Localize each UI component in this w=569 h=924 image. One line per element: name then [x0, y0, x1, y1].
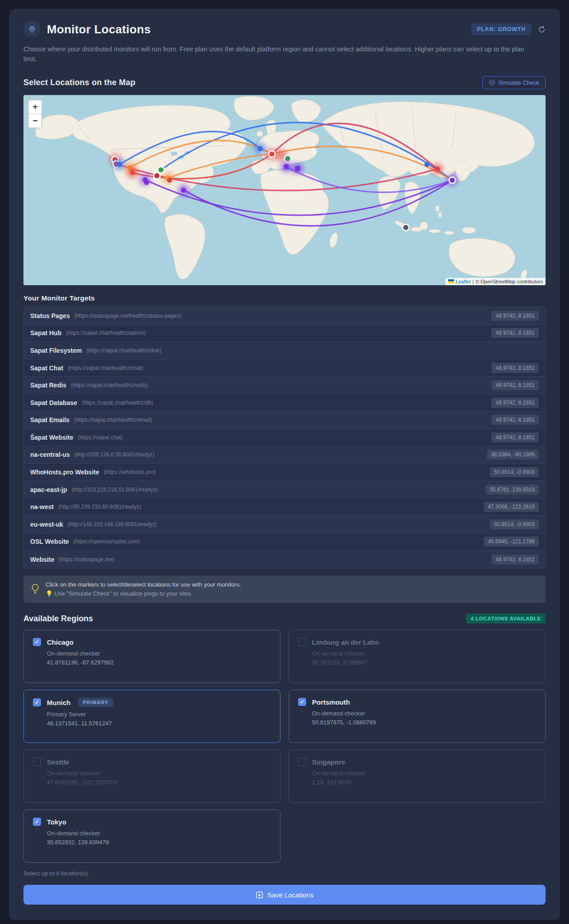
- target-url: (https://openstartuplist.com): [73, 538, 484, 545]
- map-marker[interactable]: [450, 178, 455, 183]
- save-icon: [256, 891, 263, 899]
- target-name: na-west: [30, 503, 54, 510]
- map-marker[interactable]: [154, 173, 160, 178]
- region-name: Tokyo: [47, 818, 66, 826]
- target-coords-badge: 50.8514, -0.9903: [490, 467, 539, 477]
- refresh-icon[interactable]: [538, 26, 546, 33]
- table-row[interactable]: Sapat Redis(https://sapat.chat/healthz/r…: [24, 377, 545, 394]
- table-row[interactable]: OSL Website(https://openstartuplist.com)…: [24, 533, 545, 551]
- simulate-check-button[interactable]: Simulate Check: [482, 76, 546, 89]
- world-map[interactable]: + − Leaflet | © OpenStreetMap contributo…: [23, 95, 546, 285]
- target-name: Status Pages: [30, 312, 70, 319]
- play-circle-icon: [489, 79, 495, 86]
- target-name: Sapat Chat: [30, 364, 63, 372]
- map-marker[interactable]: [424, 162, 429, 167]
- region-card-munich[interactable]: MunichPRIMARY Primary Server 48.1371541,…: [23, 690, 280, 743]
- map-marker[interactable]: [269, 151, 275, 157]
- region-card-singapore[interactable]: Singapore On-demand checker 1.29, 103.85…: [289, 750, 546, 803]
- map-marker[interactable]: [435, 166, 440, 171]
- region-card-seattle[interactable]: Seattle On-demand checker 47.6062095, -1…: [23, 750, 280, 803]
- tip-line-2: 💡 Use "Simulate Check" to visualize ping…: [46, 589, 241, 598]
- map-marker[interactable]: [130, 170, 135, 175]
- page-description: Choose where your distributed monitors w…: [23, 44, 528, 64]
- table-row[interactable]: WhoHosts.pro Website(https://whohosts.pr…: [24, 464, 545, 481]
- target-coords-badge: 48.9742, 8.1851: [491, 311, 539, 321]
- checkbox-unchecked[interactable]: [33, 758, 41, 766]
- table-row[interactable]: apac-east-jp(http://103.125.216.51:8081/…: [24, 481, 545, 499]
- target-url: (https://sapat.chat): [78, 434, 491, 441]
- target-coords-badge: 35.6761, 139.6503: [486, 485, 539, 495]
- checkbox-checked[interactable]: [33, 818, 41, 826]
- table-row[interactable]: Status Pages(https://statuspage.me/healt…: [24, 307, 545, 325]
- region-card-portsmouth[interactable]: Portsmouth On-demand checker 50.8197675,…: [289, 690, 546, 743]
- checkbox-checked[interactable]: [33, 638, 41, 646]
- map-canvas[interactable]: [23, 95, 546, 285]
- map-marker[interactable]: [117, 162, 122, 167]
- map-marker[interactable]: [295, 166, 300, 171]
- header: Monitor Locations PLAN: GROWTH: [23, 21, 546, 38]
- region-name: Singapore: [312, 758, 345, 766]
- leaflet-link[interactable]: Leaflet: [456, 279, 471, 284]
- target-url: (https://sapat.chat/healthz/chat): [68, 365, 491, 371]
- region-card-limburg[interactable]: Limburg an der Lahn On-demand checker 50…: [289, 630, 546, 683]
- target-url: (https://sapat.chat/healthz/disk): [86, 347, 539, 354]
- zoom-out-button[interactable]: −: [29, 114, 41, 127]
- checkbox-unchecked[interactable]: [298, 638, 306, 646]
- target-name: na-central-us: [30, 451, 70, 458]
- region-coords: 48.1371541, 11.5761247: [47, 720, 271, 727]
- map-marker[interactable]: [257, 146, 262, 151]
- target-url: (https://sapat.chat/healthz/db): [82, 400, 491, 406]
- map-marker[interactable]: [158, 167, 164, 173]
- map-marker[interactable]: [181, 187, 186, 192]
- table-row[interactable]: eu-west-uk(http://149.102.146.185:8081/r…: [24, 516, 545, 533]
- target-coords-badge: 47.3066, -122.2619: [484, 502, 539, 512]
- map-marker[interactable]: [167, 178, 172, 182]
- region-type: On-demand checker: [47, 830, 271, 837]
- checkbox-checked[interactable]: [298, 698, 306, 706]
- zoom-in-button[interactable]: +: [29, 100, 41, 114]
- checkbox-unchecked[interactable]: [298, 758, 306, 766]
- location-pin-icon: [23, 21, 41, 38]
- table-row[interactable]: na-central-us(http://209.126.0.56:8081/r…: [24, 446, 545, 464]
- table-row[interactable]: Sapat Emails(https://sapat.chat/healthz/…: [24, 412, 545, 429]
- target-name: apac-east-jp: [30, 486, 67, 493]
- region-coords: 1.29, 103.8503: [312, 779, 536, 786]
- region-type: On-demand checker: [312, 710, 536, 717]
- checkbox-checked[interactable]: [33, 698, 41, 706]
- map-zoom-control[interactable]: + −: [28, 100, 42, 128]
- target-coords-badge: 50.8514, -0.9903: [490, 519, 539, 529]
- target-url: (http://149.102.146.185:8081/readyz): [68, 521, 490, 528]
- map-marker[interactable]: [284, 164, 289, 169]
- primary-badge: PRIMARY: [78, 698, 113, 707]
- table-row[interactable]: na-west(http://85.239.233.60:8081/readyz…: [24, 498, 545, 516]
- tip-line-1: Click on the markers to select/deselect …: [46, 580, 241, 589]
- table-row[interactable]: Website(https://statuspage.me)48.9742, 8…: [24, 551, 545, 568]
- table-row[interactable]: Sapat Hub(https://sapat.chat/healthz/adm…: [24, 325, 545, 342]
- table-row[interactable]: Sapat Chat(https://sapat.chat/healthz/ch…: [24, 360, 545, 377]
- target-name: WhoHosts.pro Website: [30, 469, 99, 476]
- map-section-title: Select Locations on the Map: [23, 78, 135, 87]
- region-type: Primary Server: [47, 711, 271, 718]
- table-row[interactable]: Sapat Database(https://sapat.chat/health…: [24, 394, 545, 412]
- target-coords-badge: 48.9742, 8.1851: [491, 555, 539, 564]
- page-title: Monitor Locations: [47, 23, 471, 36]
- region-name: Seattle: [47, 758, 69, 766]
- region-card-tokyo[interactable]: Tokyo On-demand checker 35.652832, 139.8…: [23, 810, 280, 863]
- table-row[interactable]: Sapat Filesystem(https://sapat.chat/heal…: [24, 342, 545, 360]
- target-name: Sapat Redis: [30, 382, 66, 389]
- target-coords-badge: 48.9742, 8.1851: [491, 363, 539, 373]
- target-name: Sapat Filesystem: [30, 347, 82, 354]
- region-type: On-demand checker: [47, 770, 271, 777]
- target-coords-badge: 48.9742, 8.1851: [491, 380, 539, 390]
- save-locations-button[interactable]: Save Locations: [23, 885, 546, 905]
- map-marker[interactable]: [144, 180, 149, 185]
- monitor-locations-panel: Monitor Locations PLAN: GROWTH Choose wh…: [9, 9, 560, 920]
- table-row[interactable]: Šapat Website(https://sapat.chat)48.9742…: [24, 429, 545, 446]
- region-type: On-demand checker: [312, 650, 536, 657]
- map-marker[interactable]: [403, 225, 408, 230]
- region-card-chicago[interactable]: Chicago On-demand checker 41.8781136, -8…: [23, 630, 280, 683]
- region-type: On-demand checker: [312, 770, 536, 777]
- map-marker[interactable]: [285, 156, 290, 161]
- region-name: Portsmouth: [312, 698, 350, 706]
- map-attribution: Leaflet | © OpenStreetMap contributors: [445, 278, 546, 285]
